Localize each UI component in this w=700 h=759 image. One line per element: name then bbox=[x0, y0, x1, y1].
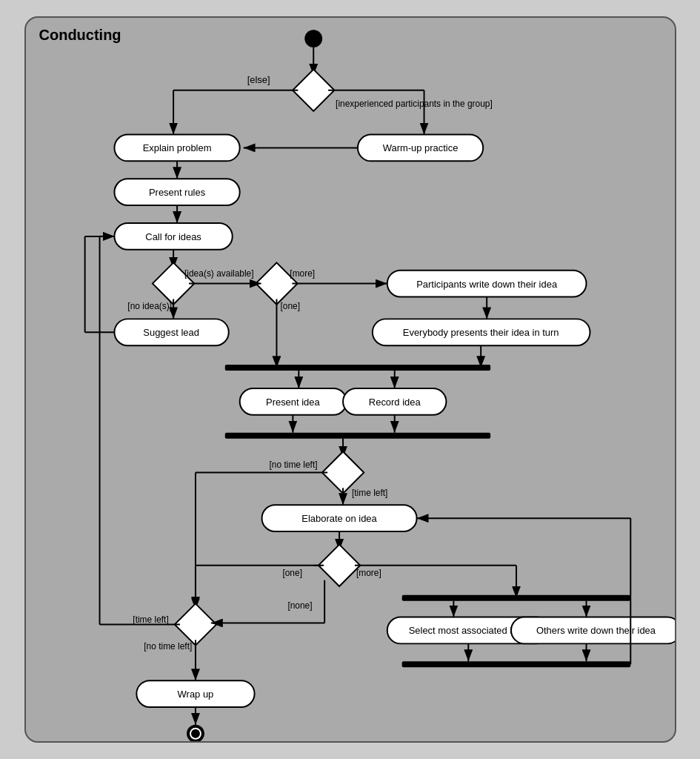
one2-label: [one] bbox=[282, 568, 302, 578]
explain-problem-label: Explain problem bbox=[142, 142, 211, 153]
suggest-lead-label: Suggest lead bbox=[143, 327, 199, 338]
no-time-left2-label: [no time left] bbox=[144, 641, 192, 652]
time-left-label: [time left] bbox=[351, 488, 387, 498]
diagram-container: Conducting [else] [inexperienced partici… bbox=[24, 16, 676, 743]
svg-rect-27 bbox=[224, 365, 490, 371]
svg-rect-2 bbox=[293, 70, 334, 111]
warm-up-label: Warm-up practice bbox=[382, 142, 458, 153]
top-decision-diamond bbox=[293, 70, 334, 111]
none-label: [none] bbox=[287, 600, 312, 611]
ideas-available-label: [idea(s) available] bbox=[184, 268, 254, 279]
record-idea-label: Record idea bbox=[368, 397, 421, 408]
one-label: [one] bbox=[280, 301, 300, 311]
present-idea-label: Present idea bbox=[266, 397, 320, 408]
elaborate-idea-label: Elaborate on idea bbox=[301, 513, 377, 524]
initial-node bbox=[304, 30, 322, 47]
participants-write-label: Participants write down their idea bbox=[416, 279, 558, 290]
wrap-up-label: Wrap up bbox=[177, 689, 213, 700]
no-ideas-label: [no idea(s)] bbox=[127, 301, 172, 311]
others-write-label: Others write down their idea bbox=[536, 625, 656, 636]
svg-rect-38 bbox=[321, 451, 363, 493]
everybody-presents-label: Everybody presents their idea in turn bbox=[402, 327, 559, 338]
final-node-center bbox=[190, 729, 199, 738]
no-time-left-label: [no time left] bbox=[269, 460, 317, 470]
svg-rect-36 bbox=[224, 433, 490, 439]
present-rules-label: Present rules bbox=[148, 187, 204, 198]
more-label: [more] bbox=[290, 268, 315, 279]
time-left2-label: [time left] bbox=[133, 614, 168, 625]
svg-rect-54 bbox=[401, 661, 630, 667]
else-label: [else] bbox=[247, 74, 270, 85]
svg-rect-59 bbox=[174, 603, 216, 645]
call-for-ideas-label: Call for ideas bbox=[145, 231, 201, 242]
inexperienced-label: [inexperienced participants in the group… bbox=[336, 99, 493, 109]
more2-label: [more] bbox=[356, 568, 381, 578]
svg-rect-44 bbox=[318, 545, 359, 586]
